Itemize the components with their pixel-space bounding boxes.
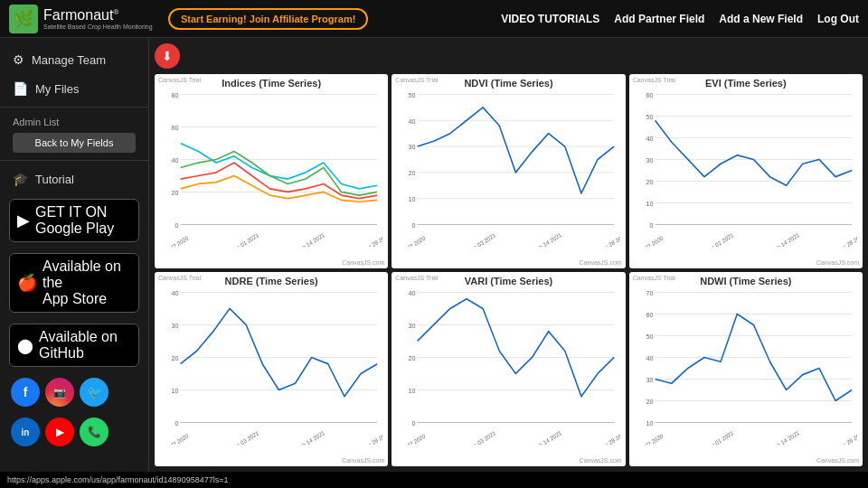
- svg-text:40: 40: [646, 354, 653, 362]
- my-files-icon: 📄: [13, 81, 28, 96]
- svg-text:60: 60: [646, 311, 653, 319]
- svg-text:20: 20: [172, 354, 179, 362]
- admin-list-label: Admin List: [0, 111, 148, 129]
- google-play-name: Google Play: [35, 221, 114, 237]
- svg-text:60: 60: [172, 124, 179, 132]
- github-name: GitHub: [39, 345, 118, 361]
- youtube-icon[interactable]: ▶: [45, 418, 74, 446]
- svg-text:40: 40: [172, 156, 179, 164]
- sidebar: ⚙ Manage Team 📄 My Files Admin List Back…: [0, 38, 149, 472]
- chart-credit-label: CanvasJS.com: [342, 457, 384, 464]
- svg-text:Feb 14 2021: Feb 14 2021: [296, 429, 326, 445]
- logo-icon: 🌿: [9, 5, 38, 33]
- svg-text:Jan 03 2021: Jan 03 2021: [467, 231, 497, 247]
- svg-text:Feb 14 2021: Feb 14 2021: [533, 231, 563, 247]
- svg-text:0: 0: [412, 221, 416, 230]
- google-play-text: GET IT ON Google Play: [35, 204, 114, 237]
- sidebar-manage-team-label: Manage Team: [32, 53, 106, 67]
- svg-text:50: 50: [409, 91, 416, 99]
- nav-log-out[interactable]: Log Out: [817, 13, 859, 25]
- svg-text:0: 0: [649, 221, 653, 230]
- svg-text:50: 50: [646, 333, 653, 341]
- chart-svg-vari: 010203040J2 2020Jan 03 2021Feb 14 2021Ma…: [397, 288, 619, 445]
- nav-add-partner-field[interactable]: Add Partner Field: [614, 13, 704, 25]
- svg-text:0: 0: [175, 221, 179, 230]
- svg-text:20: 20: [409, 169, 416, 177]
- svg-text:Feb 14 2021: Feb 14 2021: [769, 429, 800, 445]
- google-play-icon: ▶: [17, 211, 30, 230]
- whatsapp-icon[interactable]: 📞: [80, 418, 108, 446]
- main-layout: ⚙ Manage Team 📄 My Files Admin List Back…: [0, 38, 868, 472]
- svg-text:50: 50: [646, 113, 653, 121]
- logo-area: 🌿 Farmonaut® Satellite Based Crop Health…: [9, 5, 154, 33]
- svg-text:0: 0: [412, 419, 416, 427]
- instagram-icon[interactable]: 📷: [45, 378, 74, 407]
- google-play-top: GET IT ON: [35, 204, 114, 221]
- manage-team-icon: ⚙: [13, 52, 24, 67]
- svg-text:70: 70: [646, 289, 653, 297]
- chart-vari: CanvasJS Trial VARI (Time Series) Canvas…: [392, 272, 625, 466]
- svg-text:30: 30: [409, 143, 416, 151]
- svg-text:20: 20: [409, 354, 416, 362]
- svg-text:Feb 14 2021: Feb 14 2021: [296, 231, 326, 247]
- chart-svg-ndvi: 01020304050J2 2020Jan 03 2021Feb 14 2021…: [397, 90, 619, 247]
- svg-text:Feb 14 2021: Feb 14 2021: [533, 429, 563, 445]
- tutorial-icon: 🎓: [13, 172, 28, 186]
- chart-ndvi: CanvasJS Trial NDVI (Time Series) Canvas…: [392, 74, 625, 268]
- sidebar-my-files-label: My Files: [35, 82, 79, 96]
- status-bar: https://apps.apple.com/us/app/farmonaut/…: [0, 472, 868, 488]
- sidebar-item-my-files[interactable]: 📄 My Files: [0, 74, 148, 103]
- svg-text:40: 40: [646, 135, 653, 143]
- chart-svg-ndwi: 10203040506070J2 2020Jan 01 2021Feb 14 2…: [635, 288, 857, 445]
- svg-text:20: 20: [646, 178, 653, 186]
- social-row-2: in ▶ 📞: [0, 412, 148, 452]
- chart-trial-label: CanvasJS Trial: [158, 275, 201, 281]
- svg-text:Mar 28 2021: Mar 28 2021: [835, 231, 857, 247]
- sidebar-item-tutorial[interactable]: 🎓 Tutorial: [0, 164, 148, 193]
- svg-text:J2 2020: J2 2020: [644, 432, 665, 445]
- svg-text:Mar 28 2021: Mar 28 2021: [361, 429, 382, 445]
- nav-add-new-field[interactable]: Add a New Field: [719, 13, 803, 25]
- twitter-icon[interactable]: 🐦: [80, 378, 108, 407]
- app-store-top: Available on the: [42, 258, 131, 291]
- svg-text:30: 30: [646, 376, 653, 384]
- chart-credit-label: CanvasJS.com: [580, 259, 622, 266]
- svg-text:0: 0: [175, 419, 179, 427]
- social-row-1: f 📷 🐦: [0, 372, 148, 412]
- svg-text:Jan 03 2021: Jan 03 2021: [467, 429, 497, 445]
- svg-text:40: 40: [409, 289, 416, 297]
- svg-text:J2 2020: J2 2020: [407, 234, 428, 247]
- app-store-badge[interactable]: 🍎 Available on the App Store: [9, 253, 139, 313]
- svg-text:40: 40: [172, 289, 179, 297]
- svg-text:Jan 01 2021: Jan 01 2021: [704, 231, 734, 247]
- top-navigation: 🌿 Farmonaut® Satellite Based Crop Health…: [0, 0, 868, 38]
- affiliate-button[interactable]: Start Earning! Join Affiliate Program!: [168, 8, 368, 30]
- svg-text:Jan 01 2021: Jan 01 2021: [704, 429, 734, 445]
- charts-grid: CanvasJS Trial Indices (Time Series) Can…: [155, 74, 863, 466]
- svg-text:40: 40: [409, 117, 416, 125]
- sidebar-tutorial-label: Tutorial: [35, 173, 74, 186]
- svg-text:Jan 01 2021: Jan 01 2021: [231, 231, 260, 247]
- svg-text:20: 20: [646, 398, 653, 406]
- chart-indices: CanvasJS Trial Indices (Time Series) Can…: [155, 74, 388, 268]
- chart-trial-label: CanvasJS Trial: [395, 77, 438, 83]
- svg-text:Mar 28 2021: Mar 28 2021: [599, 429, 620, 445]
- back-to-my-fields-button[interactable]: Back to My Fields: [13, 133, 136, 153]
- status-url: https://apps.apple.com/us/app/farmonaut/…: [7, 475, 228, 484]
- svg-text:Feb 14 2021: Feb 14 2021: [769, 231, 800, 247]
- svg-text:Mar 28 2021: Mar 28 2021: [599, 231, 620, 247]
- svg-text:20: 20: [172, 189, 179, 197]
- chart-svg-ndre: 010203040J2 2020Jan 03 2021Feb 14 2021Ma…: [160, 288, 382, 445]
- chart-credit-label: CanvasJS.com: [816, 457, 859, 464]
- chart-credit-label: CanvasJS.com: [816, 259, 859, 266]
- facebook-icon[interactable]: f: [11, 378, 40, 407]
- linkedin-icon[interactable]: in: [11, 418, 40, 446]
- download-button[interactable]: ⬇: [155, 43, 180, 69]
- nav-video-tutorials[interactable]: VIDEO TUTORIALS: [501, 13, 599, 25]
- sidebar-item-manage-team[interactable]: ⚙ Manage Team: [0, 45, 148, 74]
- svg-text:60: 60: [646, 91, 653, 99]
- github-badge[interactable]: ⬤ Available on GitHub: [9, 324, 139, 367]
- chart-trial-label: CanvasJS Trial: [395, 275, 438, 281]
- chart-trial-label: CanvasJS Trial: [633, 77, 675, 83]
- google-play-badge[interactable]: ▶ GET IT ON Google Play: [9, 199, 139, 242]
